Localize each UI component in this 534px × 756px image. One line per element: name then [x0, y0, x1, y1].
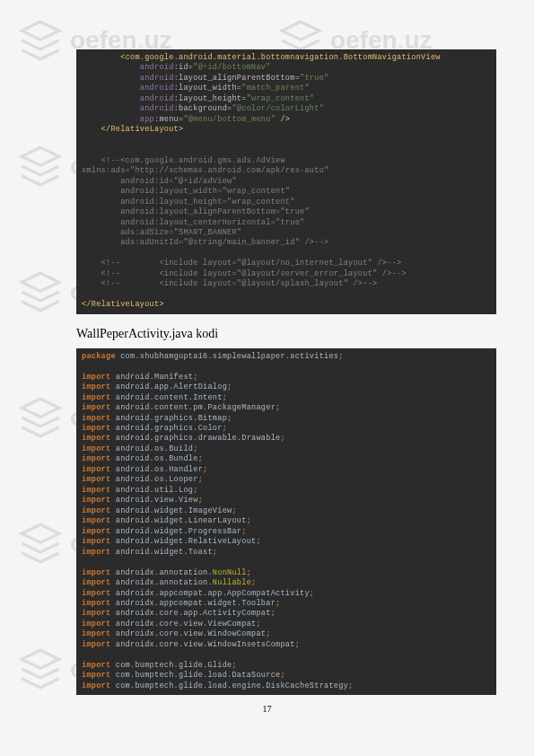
page-content: <com.google.android.material.bottomnavig… [0, 49, 534, 714]
section-title: WallPeperActivity.java kodi [76, 327, 534, 341]
xml-code-block: <com.google.android.material.bottomnavig… [76, 49, 496, 314]
java-code-block: package com.shubhamgupta16.simplewallpap… [76, 348, 496, 695]
page-number: 17 [0, 704, 534, 714]
